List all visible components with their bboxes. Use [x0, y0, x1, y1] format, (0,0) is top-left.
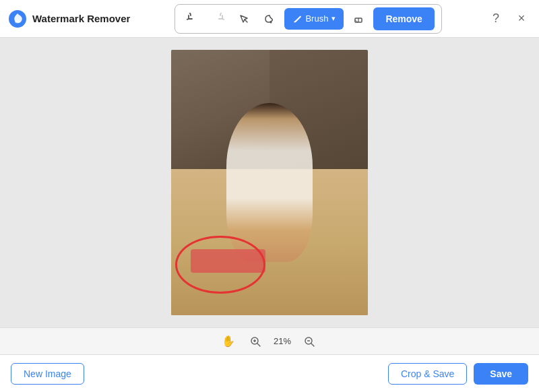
close-button[interactable]: ×: [512, 9, 531, 28]
redo-button[interactable]: [208, 8, 229, 30]
brush-dropdown-icon: ▾: [331, 14, 336, 23]
zoom-bar: ✋ 21%: [0, 327, 539, 354]
eraser-button[interactable]: [348, 8, 369, 30]
footer-right: Crop & Save Save: [388, 363, 528, 385]
toolbar: Brush ▾ Remove: [175, 4, 441, 34]
logo-icon: [8, 9, 27, 28]
new-image-button[interactable]: New Image: [11, 363, 84, 385]
header: Watermark Remover: [0, 0, 539, 38]
main-canvas-area: [0, 38, 539, 327]
svg-point-3: [270, 21, 272, 23]
svg-line-7: [257, 344, 260, 346]
remove-button[interactable]: Remove: [373, 7, 434, 30]
image-person: [226, 103, 313, 262]
zoom-percentage: 21%: [270, 336, 294, 346]
svg-line-2: [245, 20, 247, 22]
watermark-area: [191, 249, 265, 273]
undo-button[interactable]: [182, 8, 203, 30]
help-button[interactable]: ?: [486, 9, 505, 28]
zoom-in-icon[interactable]: [247, 333, 263, 350]
hand-tool-icon[interactable]: ✋: [222, 335, 235, 348]
brush-button[interactable]: Brush ▾: [284, 8, 344, 30]
header-left: Watermark Remover: [8, 9, 130, 28]
footer: New Image Crop & Save Save: [0, 354, 539, 392]
brush-label: Brush: [305, 13, 328, 24]
main-image: [171, 50, 368, 315]
crop-save-button[interactable]: Crop & Save: [388, 363, 467, 385]
svg-point-1: [15, 20, 20, 23]
header-right: ? ×: [486, 9, 531, 28]
zoom-out-icon[interactable]: [301, 333, 317, 350]
app-title: Watermark Remover: [32, 13, 130, 24]
canvas-container[interactable]: [171, 50, 368, 315]
lasso-button[interactable]: [259, 8, 280, 30]
svg-line-11: [311, 344, 314, 346]
save-button[interactable]: Save: [474, 363, 528, 385]
selection-button[interactable]: [233, 8, 255, 30]
